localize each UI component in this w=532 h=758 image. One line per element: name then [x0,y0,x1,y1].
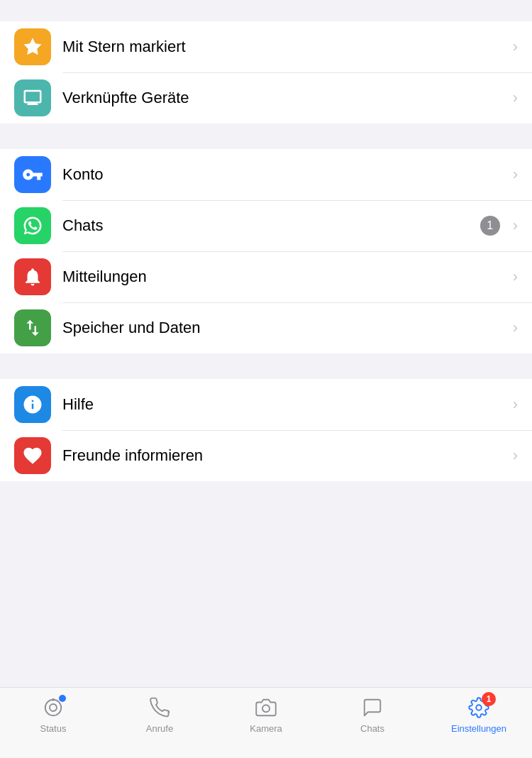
chevron-icon: › [513,319,518,337]
bell-icon [22,266,43,287]
tab-chats-icon [360,695,385,720]
tab-chats-label: Chats [360,723,384,734]
heart-icon [22,445,43,466]
tab-einstellungen-label: Einstellungen [451,723,506,734]
tab-bar: Status Anrufe Kamera Chats [0,687,532,758]
chats-badge: 1 [480,216,500,236]
info-icon [22,394,43,415]
arrows-icon [22,317,43,339]
chevron-icon: › [513,395,518,414]
tab-status[interactable]: Status [0,695,106,734]
chevron-icon: › [513,216,518,235]
chevron-icon: › [513,268,518,286]
konto-icon-wrap [14,156,51,193]
linked-devices-icon-wrap [14,79,51,116]
tab-einstellungen[interactable]: 1 Einstellungen [426,695,532,734]
tab-einstellungen-icon: 1 [466,695,492,720]
speicher-icon-wrap [14,309,51,346]
row-konto[interactable]: Konto › [0,149,532,200]
section-2: Konto › Chats 1 › Mitteilungen › [0,149,532,353]
hilfe-label: Hilfe [62,395,507,414]
row-mitteilungen[interactable]: Mitteilungen › [0,251,532,302]
tab-status-icon [40,695,66,720]
settings-content: Mit Stern markiert › Verknüpfte Geräte ›… [0,0,532,552]
starred-label: Mit Stern markiert [62,38,507,56]
section-1: Mit Stern markiert › Verknüpfte Geräte › [0,21,532,123]
chats-icon-wrap [14,207,51,244]
tab-chats[interactable]: Chats [319,695,426,734]
chevron-icon: › [513,89,518,107]
gap-2 [0,353,532,379]
mitteilungen-icon-wrap [14,258,51,295]
tab-status-label: Status [40,723,67,734]
row-chats[interactable]: Chats 1 › [0,200,532,251]
tab-kamera-icon [253,695,279,720]
mitteilungen-label: Mitteilungen [62,268,507,286]
monitor-icon [22,87,43,109]
tab-kamera-label: Kamera [250,723,282,734]
linked-devices-label: Verknüpfte Geräte [62,89,507,107]
svg-point-4 [476,705,482,710]
tab-anrufe-icon [147,695,172,720]
chats-settings-label: Chats [62,216,480,235]
freunde-label: Freunde informieren [62,446,507,465]
star-icon [22,36,43,57]
chevron-icon: › [513,165,518,184]
key-icon [22,164,43,185]
tab-anrufe[interactable]: Anrufe [106,695,213,734]
freunde-icon-wrap [14,437,51,474]
row-freunde[interactable]: Freunde informieren › [0,430,532,481]
speicher-label: Speicher und Daten [62,319,507,337]
svg-point-3 [262,705,270,712]
chevron-icon: › [513,38,518,56]
chevron-icon: › [513,446,518,465]
tab-kamera[interactable]: Kamera [213,695,319,734]
whatsapp-icon [22,215,43,236]
konto-label: Konto [62,165,507,184]
section-3: Hilfe › Freunde informieren › [0,379,532,481]
svg-point-2 [52,698,55,701]
einstellungen-badge: 1 [482,692,496,706]
svg-point-0 [45,700,62,716]
row-starred[interactable]: Mit Stern markiert › [0,21,532,72]
status-dot [59,695,66,702]
tab-anrufe-label: Anrufe [146,723,173,734]
row-linked-devices[interactable]: Verknüpfte Geräte › [0,72,532,123]
hilfe-icon-wrap [14,386,51,423]
starred-icon-wrap [14,28,51,65]
row-hilfe[interactable]: Hilfe › [0,379,532,430]
row-speicher[interactable]: Speicher und Daten › [0,302,532,353]
svg-point-1 [50,704,57,711]
gap-1 [0,123,532,149]
